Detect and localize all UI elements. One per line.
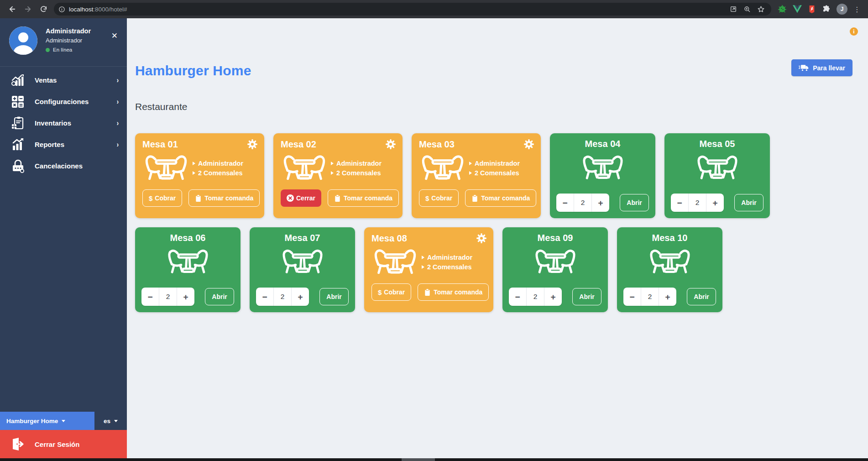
back-icon[interactable] (5, 1, 20, 17)
increment-button[interactable]: + (292, 288, 309, 306)
increment-button[interactable]: + (659, 288, 676, 306)
table-name: Mesa 07 (256, 233, 349, 243)
adblock-extension-icon[interactable] (778, 5, 787, 14)
user-status: En línea (46, 47, 91, 52)
increment-button[interactable]: + (706, 194, 724, 212)
browser-profile-avatar[interactable]: J (837, 4, 847, 15)
table-chairs-icon (580, 151, 626, 184)
table-name: Mesa 10 (623, 233, 716, 243)
sidebar-item-label: Inventarios (35, 119, 117, 127)
sidebar-item-label: Cancelaciones (35, 162, 119, 170)
tomar-comanda-button[interactable]: Tomar comanda (188, 189, 260, 207)
horizontal-scrollbar[interactable] (0, 458, 868, 461)
increment-button[interactable]: + (544, 288, 562, 306)
caret-right-icon (193, 171, 195, 175)
language-dropdown[interactable]: es (94, 412, 127, 430)
cerrar-button[interactable]: Cerrar (281, 189, 321, 207)
refresh-icon[interactable] (36, 1, 51, 17)
decrement-button[interactable]: − (671, 194, 688, 212)
decrement-button[interactable]: − (556, 194, 574, 212)
clipboard-icon (195, 194, 202, 202)
increment-button[interactable]: + (592, 194, 609, 212)
decrement-button[interactable]: − (623, 288, 641, 306)
guest-count-stepper: − 2 + (556, 194, 609, 212)
sidebar-close-icon[interactable]: ✕ (111, 32, 118, 40)
delivery-truck-icon (799, 64, 809, 72)
sidebar-item-cancelaciones[interactable]: Cancelaciones (0, 155, 127, 177)
browser-menu-icon[interactable]: ⋮ (853, 8, 861, 10)
decrement-button[interactable]: − (141, 288, 159, 306)
gear-icon[interactable] (476, 233, 487, 244)
tomar-comanda-button[interactable]: Tomar comanda (465, 189, 536, 207)
table-chairs-icon (142, 151, 190, 185)
red-extension-icon[interactable] (808, 5, 816, 14)
abrir-button[interactable]: Abrir (205, 288, 234, 305)
guest-count-stepper: − 2 + (671, 194, 724, 212)
abrir-button[interactable]: Abrir (572, 288, 601, 305)
url-bar[interactable]: localhost:8000/hotel# (54, 3, 771, 16)
guest-count-stepper: − 2 + (623, 288, 676, 306)
table-card-mesa-04: Mesa 04 − 2 + Abrir (550, 133, 655, 218)
guest-count: 2 (526, 288, 544, 306)
table-name: Mesa 05 (671, 139, 763, 149)
increment-button[interactable]: + (177, 288, 194, 306)
close-circle-icon (287, 194, 294, 202)
sidebar-item-inventarios[interactable]: Inventarios › (0, 112, 127, 134)
gear-icon[interactable] (385, 139, 396, 150)
sidebar-item-label: Configuraciones (35, 98, 117, 105)
decrement-button[interactable]: − (509, 288, 526, 306)
table-card-mesa-01: Mesa 01 Administrador 2 Comensales $Cobr… (135, 133, 264, 218)
calculator-icon (10, 94, 26, 110)
scrollbar-thumb[interactable] (402, 458, 435, 461)
table-server: Administrador (427, 254, 472, 261)
para-llevar-button[interactable]: Para llevar (791, 59, 852, 76)
gear-icon[interactable] (523, 139, 534, 150)
tomar-comanda-button[interactable]: Tomar comanda (418, 283, 489, 301)
table-guests: 2 Comensales (475, 169, 519, 177)
abrir-button[interactable]: Abrir (620, 194, 649, 211)
forward-icon[interactable] (20, 1, 36, 17)
caret-right-icon (331, 171, 334, 175)
table-card-mesa-09: Mesa 09 − 2 + Abrir (502, 227, 608, 312)
bookmark-star-icon[interactable] (757, 5, 765, 13)
abrir-button[interactable]: Abrir (687, 288, 716, 305)
chevron-right-icon: › (117, 119, 119, 127)
vue-devtools-icon[interactable] (793, 5, 802, 13)
browser-toolbar: localhost:8000/hotel# J ⋮ (0, 0, 868, 18)
abrir-button[interactable]: Abrir (734, 194, 763, 211)
cobrar-button[interactable]: $Cobrar (419, 189, 459, 207)
page-info-icon (58, 6, 65, 13)
decrement-button[interactable]: − (256, 288, 273, 306)
table-server: Administrador (198, 160, 243, 167)
sidebar-item-configuraciones[interactable]: Configuraciones › (0, 91, 127, 112)
gear-icon[interactable] (247, 139, 258, 150)
user-profile: Administrador Administrador En línea ✕ (0, 18, 127, 67)
info-icon[interactable]: i (850, 27, 858, 36)
dollar-icon: $ (425, 194, 429, 202)
table-chairs-icon (647, 245, 693, 278)
cobrar-button[interactable]: $Cobrar (371, 283, 411, 301)
sidebar-item-reportes[interactable]: Reportes › (0, 134, 127, 155)
table-name: Mesa 08 (371, 233, 407, 244)
zoom-icon[interactable] (743, 5, 751, 13)
guest-count: 2 (273, 288, 292, 306)
table-name: Mesa 01 (142, 139, 178, 150)
clipboard-icon (424, 288, 431, 296)
abrir-button[interactable]: Abrir (319, 288, 349, 305)
cobrar-button[interactable]: $Cobrar (142, 189, 182, 207)
table-chairs-icon (419, 151, 466, 185)
lock-icon (10, 158, 26, 174)
caret-down-icon (114, 420, 118, 422)
app-selector-dropdown[interactable]: Hamburger Home (0, 412, 94, 430)
caret-right-icon (422, 256, 424, 259)
table-card-mesa-06: Mesa 06 − 2 + Abrir (135, 227, 241, 312)
table-name: Mesa 06 (141, 233, 234, 243)
sidebar-item-ventas[interactable]: Ventas › (0, 69, 127, 91)
extensions-puzzle-icon[interactable] (822, 5, 831, 14)
user-role: Administrador (46, 37, 91, 44)
dollar-icon: $ (378, 288, 382, 296)
logout-button[interactable]: Cerrar Sesión (0, 430, 127, 458)
caret-right-icon (469, 171, 472, 175)
tomar-comanda-button[interactable]: Tomar comanda (328, 189, 399, 207)
send-to-device-icon[interactable] (730, 5, 737, 13)
